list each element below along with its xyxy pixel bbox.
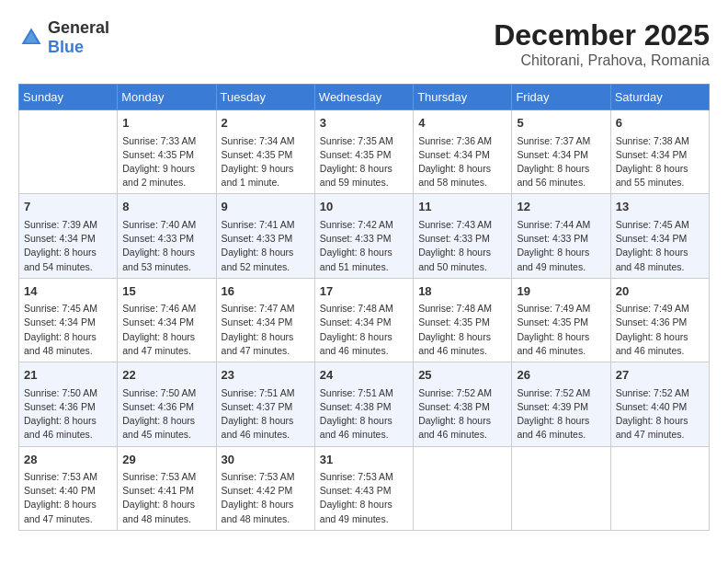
calendar-cell: 19Sunrise: 7:49 AMSunset: 4:35 PMDayligh… <box>512 278 610 362</box>
day-number: 28 <box>24 451 112 469</box>
calendar-cell <box>610 446 709 530</box>
day-number: 13 <box>616 198 704 216</box>
logo-general: General <box>48 18 109 37</box>
calendar-cell: 12Sunrise: 7:44 AMSunset: 4:33 PMDayligh… <box>512 194 610 278</box>
logo-icon <box>18 25 44 51</box>
calendar-table: SundayMondayTuesdayWednesdayThursdayFrid… <box>18 84 710 531</box>
day-info: Sunrise: 7:42 AMSunset: 4:33 PMDaylight:… <box>320 218 408 274</box>
day-number: 17 <box>320 282 408 301</box>
calendar-cell: 24Sunrise: 7:51 AMSunset: 4:38 PMDayligh… <box>314 362 413 446</box>
day-number: 26 <box>517 366 605 385</box>
calendar-cell: 25Sunrise: 7:52 AMSunset: 4:38 PMDayligh… <box>414 362 512 446</box>
col-header-monday: Monday <box>118 85 216 110</box>
day-info: Sunrise: 7:53 AMSunset: 4:40 PMDaylight:… <box>24 470 112 526</box>
day-number: 5 <box>517 114 605 132</box>
calendar-week-2: 14Sunrise: 7:45 AMSunset: 4:34 PMDayligh… <box>19 278 710 362</box>
day-info: Sunrise: 7:33 AMSunset: 4:35 PMDaylight:… <box>122 134 210 190</box>
calendar-cell: 27Sunrise: 7:52 AMSunset: 4:40 PMDayligh… <box>610 362 709 446</box>
calendar-cell: 3Sunrise: 7:35 AMSunset: 4:35 PMDaylight… <box>314 110 413 194</box>
page-header: General Blue December 2025 Chitorani, Pr… <box>18 18 710 69</box>
day-info: Sunrise: 7:53 AMSunset: 4:41 PMDaylight:… <box>122 470 210 526</box>
day-info: Sunrise: 7:41 AMSunset: 4:33 PMDaylight:… <box>222 218 310 274</box>
day-info: Sunrise: 7:35 AMSunset: 4:35 PMDaylight:… <box>320 134 408 190</box>
day-info: Sunrise: 7:45 AMSunset: 4:34 PMDaylight:… <box>24 302 112 358</box>
calendar-cell: 31Sunrise: 7:53 AMSunset: 4:43 PMDayligh… <box>314 446 413 530</box>
calendar-week-1: 7Sunrise: 7:39 AMSunset: 4:34 PMDaylight… <box>19 194 710 278</box>
day-number: 3 <box>320 114 408 132</box>
day-number: 18 <box>418 282 506 301</box>
subtitle: Chitorani, Prahova, Romania <box>494 52 710 69</box>
calendar-cell: 10Sunrise: 7:42 AMSunset: 4:33 PMDayligh… <box>314 194 413 278</box>
calendar-cell <box>19 110 118 194</box>
calendar-cell <box>512 446 610 530</box>
day-number: 27 <box>616 366 704 385</box>
day-info: Sunrise: 7:37 AMSunset: 4:34 PMDaylight:… <box>517 134 605 190</box>
day-info: Sunrise: 7:50 AMSunset: 4:36 PMDaylight:… <box>122 386 210 442</box>
calendar-cell: 2Sunrise: 7:34 AMSunset: 4:35 PMDaylight… <box>216 110 314 194</box>
day-number: 11 <box>418 198 506 216</box>
day-info: Sunrise: 7:52 AMSunset: 4:39 PMDaylight:… <box>517 386 605 442</box>
calendar-cell: 4Sunrise: 7:36 AMSunset: 4:34 PMDaylight… <box>414 110 512 194</box>
calendar-week-4: 28Sunrise: 7:53 AMSunset: 4:40 PMDayligh… <box>19 446 710 530</box>
title-block: December 2025 Chitorani, Prahova, Romani… <box>494 18 710 69</box>
main-title: December 2025 <box>494 18 710 52</box>
col-header-friday: Friday <box>512 85 610 110</box>
day-info: Sunrise: 7:44 AMSunset: 4:33 PMDaylight:… <box>517 218 605 274</box>
day-info: Sunrise: 7:52 AMSunset: 4:40 PMDaylight:… <box>616 386 704 442</box>
calendar-cell: 5Sunrise: 7:37 AMSunset: 4:34 PMDaylight… <box>512 110 610 194</box>
day-number: 29 <box>122 451 210 469</box>
day-number: 25 <box>418 366 506 385</box>
day-number: 30 <box>222 451 310 469</box>
col-header-thursday: Thursday <box>414 85 512 110</box>
calendar-cell: 6Sunrise: 7:38 AMSunset: 4:34 PMDaylight… <box>610 110 709 194</box>
day-number: 24 <box>320 366 408 385</box>
day-number: 20 <box>616 282 704 301</box>
logo-blue: Blue <box>48 38 84 56</box>
day-info: Sunrise: 7:50 AMSunset: 4:36 PMDaylight:… <box>24 386 112 442</box>
day-number: 2 <box>222 114 310 132</box>
day-info: Sunrise: 7:38 AMSunset: 4:34 PMDaylight:… <box>616 134 704 190</box>
day-info: Sunrise: 7:45 AMSunset: 4:34 PMDaylight:… <box>616 218 704 274</box>
day-number: 23 <box>222 366 310 385</box>
col-header-saturday: Saturday <box>610 85 709 110</box>
day-number: 15 <box>122 282 210 301</box>
calendar-cell: 28Sunrise: 7:53 AMSunset: 4:40 PMDayligh… <box>19 446 118 530</box>
day-info: Sunrise: 7:51 AMSunset: 4:37 PMDaylight:… <box>222 386 310 442</box>
col-header-wednesday: Wednesday <box>314 85 413 110</box>
day-info: Sunrise: 7:34 AMSunset: 4:35 PMDaylight:… <box>222 134 310 190</box>
calendar-cell <box>414 446 512 530</box>
calendar-cell: 21Sunrise: 7:50 AMSunset: 4:36 PMDayligh… <box>19 362 118 446</box>
day-number: 19 <box>517 282 605 301</box>
day-number: 6 <box>616 114 704 132</box>
day-info: Sunrise: 7:36 AMSunset: 4:34 PMDaylight:… <box>418 134 506 190</box>
day-number: 9 <box>222 198 310 216</box>
day-number: 31 <box>320 451 408 469</box>
col-header-sunday: Sunday <box>19 85 118 110</box>
calendar-cell: 20Sunrise: 7:49 AMSunset: 4:36 PMDayligh… <box>610 278 709 362</box>
day-number: 4 <box>418 114 506 132</box>
calendar-cell: 1Sunrise: 7:33 AMSunset: 4:35 PMDaylight… <box>118 110 216 194</box>
day-number: 12 <box>517 198 605 216</box>
calendar-cell: 15Sunrise: 7:46 AMSunset: 4:34 PMDayligh… <box>118 278 216 362</box>
day-number: 8 <box>122 198 210 216</box>
calendar-cell: 18Sunrise: 7:48 AMSunset: 4:35 PMDayligh… <box>414 278 512 362</box>
day-info: Sunrise: 7:49 AMSunset: 4:35 PMDaylight:… <box>517 302 605 358</box>
day-info: Sunrise: 7:51 AMSunset: 4:38 PMDaylight:… <box>320 386 408 442</box>
day-info: Sunrise: 7:53 AMSunset: 4:43 PMDaylight:… <box>320 470 408 526</box>
day-number: 21 <box>24 366 112 385</box>
calendar-cell: 29Sunrise: 7:53 AMSunset: 4:41 PMDayligh… <box>118 446 216 530</box>
day-number: 1 <box>122 114 210 132</box>
day-number: 14 <box>24 282 112 301</box>
day-info: Sunrise: 7:52 AMSunset: 4:38 PMDaylight:… <box>418 386 506 442</box>
day-info: Sunrise: 7:43 AMSunset: 4:33 PMDaylight:… <box>418 218 506 274</box>
calendar-cell: 16Sunrise: 7:47 AMSunset: 4:34 PMDayligh… <box>216 278 314 362</box>
calendar-cell: 8Sunrise: 7:40 AMSunset: 4:33 PMDaylight… <box>118 194 216 278</box>
calendar-cell: 14Sunrise: 7:45 AMSunset: 4:34 PMDayligh… <box>19 278 118 362</box>
calendar-week-3: 21Sunrise: 7:50 AMSunset: 4:36 PMDayligh… <box>19 362 710 446</box>
logo: General Blue <box>18 18 109 57</box>
calendar-cell: 26Sunrise: 7:52 AMSunset: 4:39 PMDayligh… <box>512 362 610 446</box>
day-number: 7 <box>24 198 112 216</box>
col-header-tuesday: Tuesday <box>216 85 314 110</box>
day-info: Sunrise: 7:39 AMSunset: 4:34 PMDaylight:… <box>24 218 112 274</box>
calendar-cell: 30Sunrise: 7:53 AMSunset: 4:42 PMDayligh… <box>216 446 314 530</box>
